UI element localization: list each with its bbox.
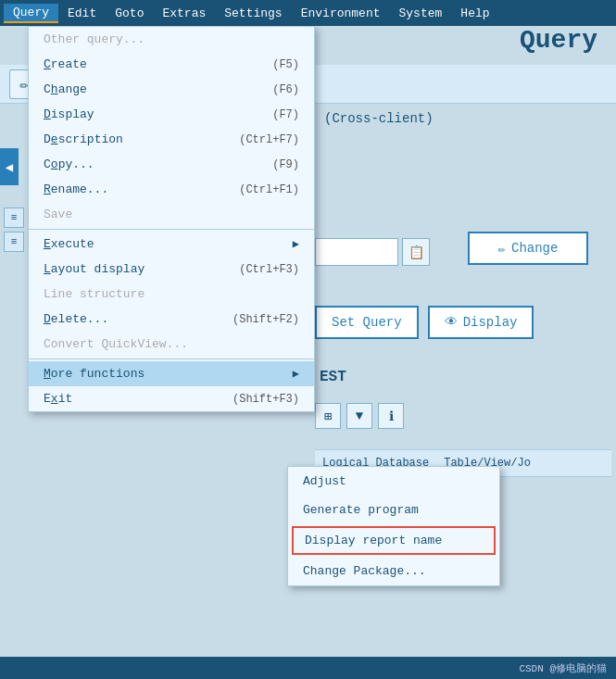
menu-help[interactable]: Help <box>451 5 498 22</box>
menu-settings[interactable]: Settings <box>215 5 291 22</box>
execute-label: Execute <box>44 237 94 251</box>
bottom-status-bar: CSDN @修电脑的猫 <box>0 657 616 679</box>
menu-item-delete[interactable]: Delete... (Shift+F2) <box>29 307 314 332</box>
adjust-label: Adjust <box>303 474 346 488</box>
more-functions-submenu: Adjust Generate program Display report n… <box>287 466 500 586</box>
menu-divider-1 <box>29 229 314 230</box>
exit-shortcut: (Shift+F3) <box>233 393 299 406</box>
display-shortcut: (F7) <box>272 108 299 121</box>
menu-edit[interactable]: Edit <box>58 5 106 22</box>
create-shortcut: (F5) <box>272 58 299 71</box>
menu-item-exit[interactable]: Exit (Shift+F3) <box>29 386 314 411</box>
mini-icon-info[interactable]: ℹ <box>378 403 404 429</box>
menu-item-copy[interactable]: Copy... (F9) <box>29 152 314 177</box>
create-label: Create <box>44 57 87 71</box>
action-buttons: Set Query 👁 Display <box>315 306 534 339</box>
set-query-button[interactable]: Set Query <box>315 306 419 339</box>
menu-item-convert-quickview: Convert QuickView... <box>29 332 314 357</box>
menu-item-rename[interactable]: Rename... (Ctrl+F1) <box>29 177 314 202</box>
layout-shortcut: (Ctrl+F3) <box>239 263 299 276</box>
menu-item-more-functions[interactable]: More functions ▶ <box>29 361 314 386</box>
menu-item-layout-display[interactable]: Layout display (Ctrl+F3) <box>29 257 314 282</box>
delete-label: Delete... <box>44 312 108 326</box>
description-label: Description <box>44 132 123 146</box>
mini-icon-row: ⊞ ▼ ℹ <box>315 403 404 429</box>
menu-item-display[interactable]: Display (F7) <box>29 102 314 127</box>
menu-item-create[interactable]: Create (F5) <box>29 52 314 77</box>
execute-arrow-icon: ▶ <box>293 237 299 251</box>
delete-shortcut: (Shift+F2) <box>233 313 299 326</box>
submenu-item-adjust[interactable]: Adjust <box>288 467 499 496</box>
layout-display-label: Layout display <box>44 262 145 276</box>
test-label: EST <box>320 369 346 385</box>
submenu-item-display-report-name[interactable]: Display report name <box>292 526 496 555</box>
display-report-name-label: Display report name <box>305 534 442 547</box>
menu-bar: Query Edit Goto Extras Settings Environm… <box>0 0 616 26</box>
display-label: Display <box>463 315 518 330</box>
display-icon: 👁 <box>445 315 458 330</box>
more-functions-label: More functions <box>44 367 145 381</box>
mini-icon-chevron-down[interactable]: ▼ <box>346 403 372 429</box>
description-shortcut: (Ctrl+F7) <box>239 133 299 146</box>
save-label: Save <box>44 207 72 221</box>
menu-item-save: Save <box>29 202 314 227</box>
sidebar-toggle[interactable]: ◀ <box>0 148 19 185</box>
submenu-item-generate-program[interactable]: Generate program <box>288 496 499 524</box>
display-button[interactable]: 👁 Display <box>428 306 534 339</box>
copy-label: Copy... <box>44 157 94 171</box>
menu-item-execute[interactable]: Execute ▶ <box>29 232 314 257</box>
menu-query[interactable]: Query <box>4 4 58 23</box>
exit-label: Exit <box>44 392 72 406</box>
menu-extras[interactable]: Extras <box>153 5 215 22</box>
left-icon-2[interactable]: ≡ <box>4 232 24 252</box>
mini-icon-table[interactable]: ⊞ <box>315 403 341 429</box>
menu-goto[interactable]: Goto <box>106 5 153 22</box>
display-menu-label: Display <box>44 107 94 121</box>
page-title: Query <box>520 26 597 55</box>
change-package-label: Change Package... <box>303 564 426 578</box>
convert-quickview-label: Convert QuickView... <box>44 337 188 351</box>
menu-item-change[interactable]: Change (F6) <box>29 77 314 102</box>
more-functions-arrow-icon: ▶ <box>293 367 299 381</box>
left-icon-panel: ≡ ≡ <box>0 204 26 256</box>
submenu-item-change-package[interactable]: Change Package... <box>288 557 499 585</box>
generate-program-label: Generate program <box>303 503 419 517</box>
query-dropdown-menu: Other query... Create (F5) Change (F6) D… <box>28 26 315 412</box>
copy-icon-button[interactable]: 📋 <box>402 238 430 266</box>
rename-shortcut: (Ctrl+F1) <box>239 183 299 196</box>
pencil-icon: ✏ <box>498 241 506 257</box>
menu-system[interactable]: System <box>390 5 452 22</box>
menu-item-line-structure: Line structure <box>29 282 314 307</box>
bottom-bar-text: CSDN @修电脑的猫 <box>519 661 607 675</box>
change-shortcut: (F6) <box>272 83 299 96</box>
change-label: Change <box>44 82 87 96</box>
change-button[interactable]: ✏ Change <box>468 232 588 265</box>
rename-label: Rename... <box>44 182 108 196</box>
other-query-label: Other query... <box>44 32 145 46</box>
menu-item-description[interactable]: Description (Ctrl+F7) <box>29 127 314 152</box>
line-structure-label: Line structure <box>44 287 145 301</box>
query-input-field[interactable] <box>315 238 398 266</box>
menu-item-other-query: Other query... <box>29 27 314 52</box>
cross-client-label: (Cross-client) <box>324 111 434 126</box>
change-button-label: Change <box>511 241 558 256</box>
left-icon-1[interactable]: ≡ <box>4 207 24 228</box>
menu-divider-2 <box>29 358 314 359</box>
menu-environment[interactable]: Environment <box>292 5 390 22</box>
copy-shortcut: (F9) <box>272 158 299 171</box>
